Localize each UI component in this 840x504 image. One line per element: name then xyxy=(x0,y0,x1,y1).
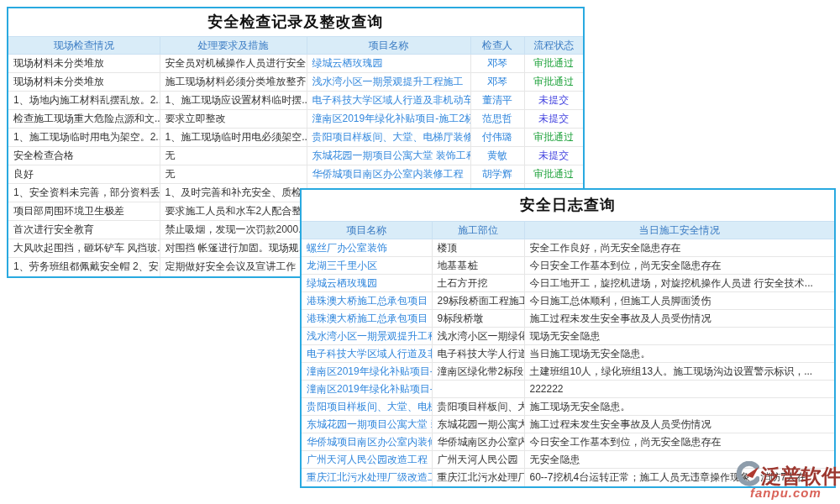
daily-safety-cell: 土建班组10人，绿化班组13人。施工现场沟边设置警示标识，... xyxy=(524,363,834,381)
inspection-table-row[interactable]: 1、施工现场临时用电为架空。2... 1、施工现场临时用电必须架空... 贵阳项… xyxy=(8,129,583,147)
col-header-project-name: 项目名称 xyxy=(307,37,470,55)
inspection-table-row[interactable]: 1、场地内施工材料乱摆乱放。2... 1、施工现场应设置材料临时摆... 电子科… xyxy=(8,92,583,110)
col-header-inspector: 检查人 xyxy=(470,37,524,55)
measures-cell: 安全员对机械操作人员进行安全... xyxy=(160,55,307,73)
col-header-construction-part: 施工部位 xyxy=(432,222,524,239)
daily-safety-cell: 222222 xyxy=(524,381,834,398)
safety-log-table-row[interactable]: 港珠澳大桥施工总承包项目 29标段桥面工程施工 今日施工总体顺利，但施工人员脚面… xyxy=(302,292,834,310)
safety-log-table-card: 安全日志查询 项目名称 施工部位 当日施工安全情况 螺丝厂办公室装饰 楼顶 安全… xyxy=(300,188,836,488)
measures-cell: 无 xyxy=(160,165,307,184)
col-header-site-situation: 现场检查情况 xyxy=(8,37,160,55)
construction-part-cell: 华侨城南区办公室内 xyxy=(432,433,524,451)
project-name-link[interactable]: 龙湖三千里小区 xyxy=(302,257,432,275)
flow-status-badge: 审批通过 xyxy=(524,55,583,73)
daily-safety-cell: 今日施工总体顺利，但施工人员脚面烫伤 xyxy=(524,292,834,310)
project-name-link[interactable]: 东城花园一期项目公寓大堂 装饰工程 xyxy=(307,147,470,165)
measures-cell: 1、施工现场应设置材料临时摆... xyxy=(160,92,307,110)
inspection-table-row[interactable]: 检查施工现场重大危险点源和文... 要求立即整改 潼南区2019年绿化补贴项目-… xyxy=(8,110,583,129)
construction-part-cell: 广州天河人民公园 xyxy=(432,451,524,469)
daily-safety-cell: 今日安全工作基本到位，尚无安全隐患存在 xyxy=(524,257,834,275)
construction-part-cell: 土石方开挖 xyxy=(432,275,524,292)
site-situation-cell: 1、施工现场临时用电为架空。2... xyxy=(8,129,160,147)
project-name-link[interactable]: 广州天河人民公园改造工程 xyxy=(302,451,432,469)
measures-cell: 要求施工人员和水车2人配合整... xyxy=(160,202,307,221)
col-header-daily-safety: 当日施工安全情况 xyxy=(524,222,834,239)
inspector-link[interactable]: 范思哲 xyxy=(470,110,524,129)
inspector-link[interactable]: 付伟璐 xyxy=(470,129,524,147)
inspector-link[interactable]: 黄敏 xyxy=(470,147,524,165)
measures-cell: 无 xyxy=(160,147,307,165)
safety-log-table-row[interactable]: 浅水湾小区一期景观提升工程施工 浅水湾小区一期绿化地 现场无安全隐患 xyxy=(302,328,834,345)
site-situation-cell: 安全检查合格 xyxy=(8,147,160,165)
measures-cell: 要求立即整改 xyxy=(160,110,307,129)
safety-log-table-row[interactable]: 绿城云栖玫瑰园 土石方开挖 今日工地开工，旋挖机进场，对旋挖机操作人员进 行安全… xyxy=(302,275,834,292)
construction-part-cell: 重庆江北污水处理厂内部... xyxy=(432,469,524,486)
project-name-link[interactable]: 贵阳项目样板间、大堂、电梯厅装修工程 xyxy=(302,398,432,416)
inspection-table-row[interactable]: 现场材料未分类堆放 施工现场材料必须分类堆放整齐... 浅水湾小区一期景观提升工… xyxy=(8,73,583,92)
site-situation-cell: 现场材料未分类堆放 xyxy=(8,73,160,92)
measures-cell: 1、施工现场临时用电必须架空... xyxy=(160,129,307,147)
measures-cell: 禁止吸烟，发现一次罚款2000... xyxy=(160,221,307,239)
safety-log-table-body: 螺丝厂办公室装饰 楼顶 安全工作良好，尚无安全隐患存在 龙湖三千里小区 地基基桩… xyxy=(302,239,834,486)
flow-status-badge: 未提交 xyxy=(524,92,583,110)
project-name-link[interactable]: 港珠澳大桥施工总承包项目 xyxy=(302,310,432,328)
measures-cell: 对围挡 帐篷进行加固。现场规... xyxy=(160,239,307,258)
site-situation-cell: 大风吹起围挡，砸坏铲车 风挡玻... xyxy=(8,239,160,258)
safety-log-table-row[interactable]: 螺丝厂办公室装饰 楼顶 安全工作良好，尚无安全隐患存在 xyxy=(302,239,834,257)
daily-safety-cell: 现场无安全隐患 xyxy=(524,328,834,345)
project-name-link[interactable]: 绿城云栖玫瑰园 xyxy=(307,55,470,73)
safety-log-table-row[interactable]: 港珠澳大桥施工总承包项目 9标段桥墩 施工过程未发生安全事故及人员受伤情况 xyxy=(302,310,834,328)
inspection-header-row: 现场检查情况 处理要求及措施 项目名称 检查人 流程状态 xyxy=(8,37,583,55)
project-name-link[interactable]: 潼南区2019年绿化补贴项目-施工2标段 xyxy=(307,110,470,129)
site-situation-cell: 1、场地内施工材料乱摆乱放。2... xyxy=(8,92,160,110)
inspection-table-row[interactable]: 安全检查合格 无 东城花园一期项目公寓大堂 装饰工程 黄敏 未提交 xyxy=(8,147,583,165)
col-header-measures: 处理要求及措施 xyxy=(160,37,307,55)
construction-part-cell: 浅水湾小区一期绿化地 xyxy=(432,328,524,345)
project-name-link[interactable]: 港珠澳大桥施工总承包项目 xyxy=(302,292,432,310)
construction-part-cell: 29标段桥面工程施工 xyxy=(432,292,524,310)
project-name-link[interactable]: 螺丝厂办公室装饰 xyxy=(302,239,432,257)
site-situation-cell: 首次进行安全教育 xyxy=(8,221,160,239)
project-name-link[interactable]: 电子科技大学区域人行道及非机动车道工程 xyxy=(302,345,432,363)
inspection-table-row[interactable]: 良好 无 华侨城项目南区办公室内装修工程 胡学辉 审批通过 xyxy=(8,165,583,184)
safety-log-table-row[interactable]: 潼南区2019年绿化补贴项目-施工2标段 潼南区绿化带2标段 土建班组10人，绿… xyxy=(302,363,834,381)
fanpu-watermark-url: fanpu.com xyxy=(750,486,822,500)
site-situation-cell: 1、安全资料未完善，部分资料丢... xyxy=(8,184,160,202)
project-name-link[interactable]: 电子科技大学区域人行道及非机动车道工程 xyxy=(307,92,470,110)
project-name-link[interactable]: 绿城云栖玫瑰园 xyxy=(302,275,432,292)
safety-log-table-row[interactable]: 贵阳项目样板间、大堂、电梯厅装修工程 贵阳项目样板间、大堂、... 施工现场无安… xyxy=(302,398,834,416)
safety-log-table-row[interactable]: 华侨城项目南区办公室内装修工程 华侨城南区办公室内 今日安全工作基本到位，尚无安… xyxy=(302,433,834,451)
inspection-table-row[interactable]: 现场材料未分类堆放 安全员对机械操作人员进行安全... 绿城云栖玫瑰园 邓琴 审… xyxy=(8,55,583,73)
project-name-link[interactable]: 华侨城项目南区办公室内装修工程 xyxy=(307,165,470,184)
inspector-link[interactable]: 邓琴 xyxy=(470,73,524,92)
flow-status-badge: 未提交 xyxy=(524,147,583,165)
inspector-link[interactable]: 邓琴 xyxy=(470,55,524,73)
safety-log-table-row[interactable]: 电子科技大学区域人行道及非机动车道工程 电子科技大学人行道及非... 当日施工现… xyxy=(302,345,834,363)
project-name-link[interactable]: 东城花园一期项目公寓大堂 装饰工程 xyxy=(302,416,432,433)
daily-safety-cell: 当日施工现场无安全隐患。 xyxy=(524,345,834,363)
daily-safety-cell: 施工过程未发生安全事故及人员受伤情况 xyxy=(524,416,834,433)
project-name-link[interactable]: 潼南区2019年绿化补贴项目-施工2标段 xyxy=(302,381,432,398)
safety-log-table-title: 安全日志查询 xyxy=(302,190,834,221)
daily-safety-cell: 今日工地开工，旋挖机进场，对旋挖机操作人员进 行安全技术... xyxy=(524,275,834,292)
construction-part-cell: 东城花园一期公寓大堂 xyxy=(432,416,524,433)
inspector-link[interactable]: 董清平 xyxy=(470,92,524,110)
project-name-link[interactable]: 华侨城项目南区办公室内装修工程 xyxy=(302,433,432,451)
safety-log-table-row[interactable]: 龙湖三千里小区 地基基桩 今日安全工作基本到位，尚无安全隐患存在 xyxy=(302,257,834,275)
flow-status-badge: 审批通过 xyxy=(524,165,583,184)
construction-part-cell: 9标段桥墩 xyxy=(432,310,524,328)
project-name-link[interactable]: 潼南区2019年绿化补贴项目-施工2标段 xyxy=(302,363,432,381)
construction-part-cell: 地基基桩 xyxy=(432,257,524,275)
project-name-link[interactable]: 重庆江北污水处理厂级改造工程-道路修复 xyxy=(302,469,432,486)
project-name-link[interactable]: 浅水湾小区一期景观提升工程施工 xyxy=(307,73,470,92)
project-name-link[interactable]: 浅水湾小区一期景观提升工程施工 xyxy=(302,328,432,345)
project-name-link[interactable]: 贵阳项目样板间、大堂、电梯厅装修工程 xyxy=(307,129,470,147)
site-situation-cell: 良好 xyxy=(8,165,160,184)
safety-log-table-row[interactable]: 东城花园一期项目公寓大堂 装饰工程 东城花园一期公寓大堂 施工过程未发生安全事故… xyxy=(302,416,834,433)
daily-safety-cell: 施工过程未发生安全事故及人员受伤情况 xyxy=(524,310,834,328)
measures-cell: 1、及时完善和补充安全、质检... xyxy=(160,184,307,202)
construction-part-cell: 楼顶 xyxy=(432,239,524,257)
inspector-link[interactable]: 胡学辉 xyxy=(470,165,524,184)
safety-log-table-row[interactable]: 潼南区2019年绿化补贴项目-施工2标段 222222 xyxy=(302,381,834,398)
construction-part-cell: 潼南区绿化带2标段 xyxy=(432,363,524,381)
